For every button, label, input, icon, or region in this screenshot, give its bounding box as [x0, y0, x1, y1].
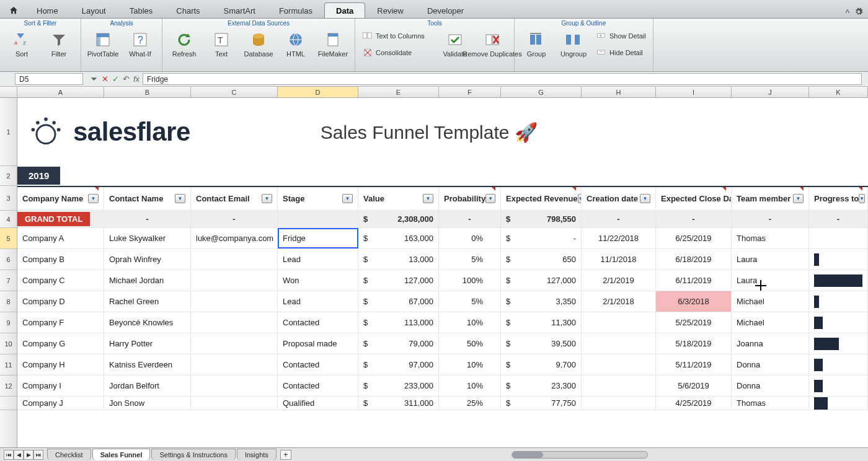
sheet-tab-insights[interactable]: Insights — [237, 449, 277, 460]
ribbon-refresh-button[interactable]: Refresh — [167, 29, 201, 59]
stage-cell[interactable]: Lead — [278, 249, 358, 270]
sheet-nav-last-icon[interactable]: ⏭ — [33, 450, 43, 460]
add-sheet-button[interactable]: + — [280, 450, 291, 460]
row-header-1[interactable]: 1 — [0, 98, 17, 166]
settings-gear-icon[interactable] — [854, 7, 863, 18]
table-row[interactable]: Company GHarry PotterProposal made$79,00… — [17, 333, 868, 354]
column-header-H[interactable]: H — [582, 87, 656, 97]
stage-cell[interactable]: Qualified — [278, 397, 358, 410]
sheet-tab-sales-funnel[interactable]: Sales Funnel — [92, 449, 151, 460]
column-header-B[interactable]: B — [104, 87, 191, 97]
sheet-nav-next-icon[interactable]: ▶ — [24, 450, 33, 460]
table-row[interactable]: Company DRachel GreenLead$67,0005%$3,350… — [17, 291, 868, 312]
row-header-2[interactable]: 2 — [0, 166, 17, 186]
stage-cell[interactable]: Won — [278, 270, 358, 291]
ribbon-database-button[interactable]: Database — [242, 29, 275, 59]
name-box[interactable]: D5 — [15, 73, 83, 85]
stage-cell[interactable]: Lead — [278, 291, 358, 312]
row-header-9[interactable]: 9 — [0, 312, 17, 333]
select-all-corner[interactable] — [0, 87, 17, 97]
column-header-A[interactable]: A — [17, 87, 104, 97]
table-header-contact-name[interactable]: Contact Name▼ — [104, 187, 191, 210]
row-header-5[interactable]: 5 — [0, 228, 17, 249]
table-header-expected-revenue[interactable]: Expected Revenue▼ — [501, 187, 582, 210]
row-header-6[interactable]: 6 — [0, 249, 17, 270]
ribbon-tab-review[interactable]: Review — [365, 2, 415, 18]
table-header-stage[interactable]: Stage▼ — [278, 187, 358, 210]
filter-dropdown-icon[interactable]: ▼ — [793, 194, 804, 203]
sheet-tab-settings-&-instructions[interactable]: Settings & Instructions — [151, 449, 235, 460]
row-header-11[interactable]: 11 — [0, 354, 17, 375]
ribbon-tab-smartart[interactable]: SmartArt — [212, 2, 267, 18]
app-home-button[interactable] — [5, 3, 22, 18]
minimize-ribbon-icon[interactable]: ^ — [845, 8, 849, 18]
ribbon-pivot-button[interactable]: PivotTable — [86, 29, 120, 59]
ribbon-consolidate-button[interactable]: Consolidate — [360, 45, 435, 60]
column-header-F[interactable]: F — [439, 87, 501, 97]
ribbon-tab-layout[interactable]: Layout — [70, 2, 118, 18]
row-header-3[interactable]: 3 — [0, 186, 17, 211]
table-header-progress-to[interactable]: Progress to▼ — [809, 187, 868, 210]
filter-dropdown-icon[interactable]: ▼ — [485, 194, 495, 203]
column-header-C[interactable]: C — [191, 87, 278, 97]
row-header-10[interactable]: 10 — [0, 333, 17, 354]
table-row[interactable]: Company FBeyoncé KnowlesContacted$113,00… — [17, 312, 868, 333]
row-header-13[interactable] — [0, 397, 17, 410]
table-row[interactable]: Company BOprah WinfreyLead$13,0005%$6501… — [17, 249, 868, 270]
ribbon-ttc-button[interactable]: Text to Columns — [360, 29, 435, 43]
table-header-expected-close-date[interactable]: Expected Close Date▼ — [656, 187, 732, 210]
filter-dropdown-icon[interactable]: ▼ — [342, 194, 353, 203]
ribbon-tab-charts[interactable]: Charts — [164, 2, 211, 18]
ribbon-tab-home[interactable]: Home — [25, 2, 70, 18]
formula-input[interactable]: Fridge — [143, 73, 862, 85]
stage-cell[interactable]: Fridge▲▼ — [278, 228, 358, 248]
ribbon-filemaker-button[interactable]: FileMaker — [316, 29, 350, 59]
horizontal-scrollbar[interactable] — [512, 451, 648, 459]
row-header-12[interactable]: 12 — [0, 375, 17, 397]
table-header-contact-email[interactable]: Contact Email▼ — [191, 187, 278, 210]
ribbon-removedup-button[interactable]: Remove Duplicates — [476, 29, 509, 59]
ribbon-whatif-button[interactable]: ?What-If — [123, 29, 157, 59]
table-header-value[interactable]: Value▼ — [358, 187, 439, 210]
column-header-I[interactable]: I — [656, 87, 732, 97]
ribbon-text-button[interactable]: TText — [205, 29, 238, 59]
filter-dropdown-icon[interactable]: ▼ — [423, 194, 433, 203]
table-row[interactable]: Company IJordan BelfortContacted$233,000… — [17, 375, 868, 397]
cancel-icon[interactable]: ✕ — [102, 74, 108, 84]
table-header-probability[interactable]: Probability▼ — [439, 187, 501, 210]
table-header-team-member[interactable]: Team member▼ — [732, 187, 809, 210]
table-header-creation-date[interactable]: Creation date▼ — [582, 187, 656, 210]
ribbon-ungroup-button[interactable]: Ungroup — [557, 29, 590, 59]
filter-dropdown-icon[interactable]: ▼ — [859, 194, 865, 203]
row-header-4[interactable]: 4 — [0, 211, 17, 228]
filter-dropdown-icon[interactable]: ▼ — [640, 194, 650, 203]
sheet-nav-first-icon[interactable]: ⏮ — [4, 450, 14, 460]
filter-dropdown-icon[interactable]: ▼ — [88, 194, 99, 203]
ribbon-filter-button[interactable]: Filter — [42, 29, 76, 59]
stage-cell[interactable]: Contacted — [278, 354, 358, 375]
table-row[interactable]: Company HKatniss EverdeenContacted$97,00… — [17, 354, 868, 375]
column-header-D[interactable]: D — [278, 87, 358, 97]
ribbon-tab-formulas[interactable]: Formulas — [267, 2, 324, 18]
table-row[interactable]: Company JJon SnowQualified$311,00025%$77… — [17, 397, 868, 410]
sheet-tab-checklist[interactable]: Checklist — [47, 449, 91, 460]
namebox-dropdown-icon[interactable]: ⏷ — [90, 74, 98, 84]
sheet-content[interactable]: salesflare Sales Funnel Template 🚀 2019 … — [17, 98, 868, 447]
ribbon-tab-tables[interactable]: Tables — [118, 2, 165, 18]
undo-icon[interactable]: ↶ — [123, 74, 130, 84]
column-header-K[interactable]: K — [809, 87, 868, 97]
ribbon-html-button[interactable]: HTML — [279, 29, 312, 59]
ribbon-tab-developer[interactable]: Developer — [415, 2, 476, 18]
table-row[interactable]: Company ALuke Skywalkerluke@companya.com… — [17, 228, 868, 249]
stage-cell[interactable]: Contacted — [278, 375, 358, 396]
ribbon-sort-button[interactable]: AZSort — [5, 29, 38, 59]
ribbon-show-button[interactable]: +Show Detail — [594, 29, 648, 43]
column-header-E[interactable]: E — [358, 87, 439, 97]
fx-icon[interactable]: fx — [133, 74, 140, 84]
sheet-nav-prev-icon[interactable]: ◀ — [14, 450, 24, 460]
row-header-8[interactable]: 8 — [0, 291, 17, 312]
column-header-J[interactable]: J — [732, 87, 809, 97]
ribbon-hide-button[interactable]: −Hide Detail — [594, 45, 648, 60]
filter-dropdown-icon[interactable]: ▼ — [175, 194, 185, 203]
column-header-G[interactable]: G — [501, 87, 582, 97]
